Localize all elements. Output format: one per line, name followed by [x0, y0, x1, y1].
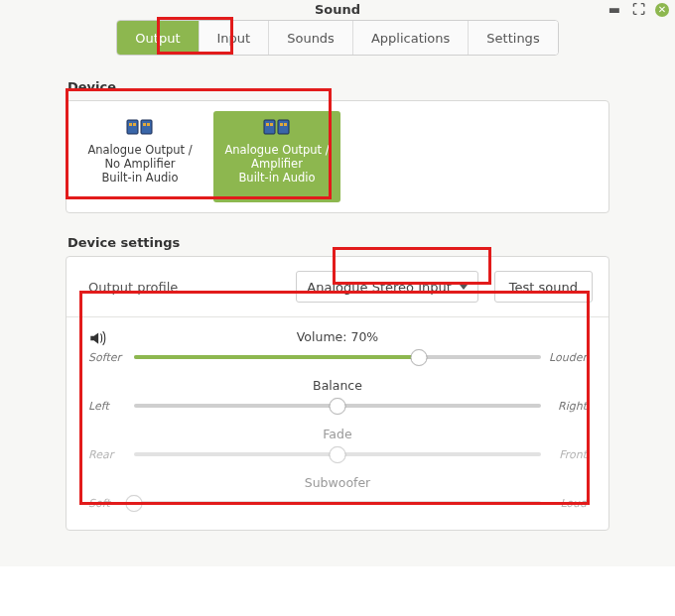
balance-slider[interactable]: [134, 397, 541, 415]
subwoofer-slider-title: Subwoofer: [88, 475, 587, 490]
svg-rect-11: [284, 123, 287, 126]
device-card-line: Analogue Output /: [87, 143, 192, 157]
device-settings-panel: Output profile Analogue Stereo Input Tes…: [66, 256, 609, 531]
device-section-label: Device: [68, 79, 609, 94]
svg-rect-2: [133, 123, 136, 126]
audio-card-icon: [126, 117, 154, 137]
svg-rect-3: [141, 120, 152, 134]
device-card-0[interactable]: Analogue Output / No Amplifier Built-in …: [76, 111, 203, 202]
device-card-line: No Amplifier: [104, 157, 175, 171]
device-card-line: Amplifier: [251, 157, 303, 171]
volume-slider-title: Volume: 70%: [88, 329, 587, 344]
svg-rect-7: [266, 123, 269, 126]
device-panel: Analogue Output / No Amplifier Built-in …: [66, 100, 609, 213]
svg-rect-4: [143, 123, 146, 126]
slider-right-label: Front: [549, 448, 587, 461]
slider-right-label: Loud: [549, 497, 587, 510]
output-profile-selected: Analogue Stereo Input: [307, 280, 451, 295]
tab-applications[interactable]: Applications: [353, 21, 469, 55]
tab-settings[interactable]: Settings: [469, 21, 557, 55]
svg-rect-0: [127, 120, 138, 134]
balance-slider-title: Balance: [88, 378, 587, 393]
maximize-icon[interactable]: ⛶: [631, 3, 645, 17]
device-card-line: Built-in Audio: [101, 171, 178, 185]
slider-right-label: Right: [549, 400, 587, 413]
volume-icon: [88, 329, 106, 347]
tab-input[interactable]: Input: [200, 21, 270, 55]
slider-left-label: Soft: [88, 497, 126, 510]
tab-output[interactable]: Output: [117, 21, 199, 55]
svg-rect-10: [280, 123, 283, 126]
slider-left-label: Left: [88, 400, 126, 413]
device-card-line: Analogue Output /: [224, 143, 329, 157]
test-sound-button[interactable]: Test sound: [494, 271, 593, 303]
subwoofer-slider: [134, 494, 541, 512]
slider-left-label: Rear: [88, 448, 126, 461]
svg-rect-1: [129, 123, 132, 126]
fade-slider-title: Fade: [88, 427, 587, 441]
svg-rect-6: [264, 120, 275, 134]
window-title: Sound: [315, 2, 360, 17]
tabstrip: Output Input Sounds Applications Setting…: [116, 20, 558, 56]
fade-slider: [134, 445, 541, 463]
svg-rect-5: [147, 123, 150, 126]
device-settings-section-label: Device settings: [68, 235, 609, 250]
slider-right-label: Louder: [549, 351, 587, 364]
chevron-down-icon: [460, 285, 468, 290]
audio-card-icon: [263, 117, 291, 137]
tab-sounds[interactable]: Sounds: [269, 21, 353, 55]
minimize-icon[interactable]: ▬: [608, 3, 621, 17]
device-card-1[interactable]: Analogue Output / Amplifier Built-in Aud…: [213, 111, 340, 202]
close-icon[interactable]: ✕: [655, 3, 669, 17]
output-profile-dropdown[interactable]: Analogue Stereo Input: [296, 271, 477, 303]
volume-slider[interactable]: [134, 348, 541, 366]
svg-rect-8: [270, 123, 273, 126]
device-card-line: Built-in Audio: [238, 171, 315, 185]
svg-rect-9: [278, 120, 289, 134]
slider-left-label: Softer: [88, 351, 126, 364]
output-profile-label: Output profile: [88, 280, 178, 295]
